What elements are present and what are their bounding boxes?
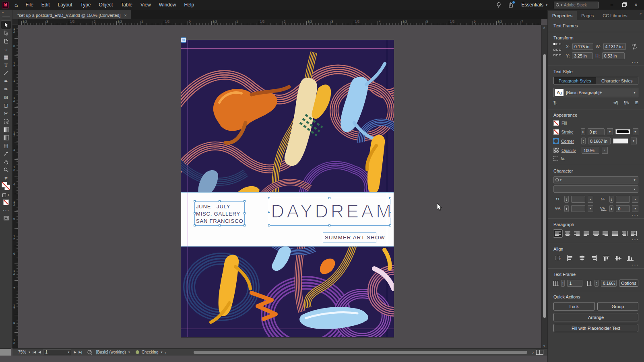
- gutter-field[interactable]: [601, 280, 617, 287]
- vertical-ruler[interactable]: 1 201 211 221 231 241 251 261 271 281 2: [12, 25, 18, 348]
- menu-item[interactable]: Edit: [38, 1, 54, 9]
- align-top-edges-button[interactable]: [602, 254, 611, 262]
- vertical-scrollbar[interactable]: ∧ ∨: [541, 25, 547, 348]
- fill-swatch-none[interactable]: [2, 182, 7, 187]
- window-corner-grip[interactable]: [0, 348, 11, 356]
- align-towards-spine-button[interactable]: [620, 230, 629, 237]
- leading-stepper[interactable]: ▲▼: [609, 196, 614, 203]
- free-transform-tool[interactable]: [1, 117, 11, 125]
- fill-swatch[interactable]: [553, 120, 559, 126]
- align-left-button[interactable]: [553, 230, 562, 237]
- scroll-right-icon[interactable]: ›: [532, 350, 534, 355]
- kerning-chevron[interactable]: ▾: [588, 205, 594, 212]
- text-frame-options-button[interactable]: Options: [619, 280, 638, 287]
- reference-point-proxy[interactable]: [553, 43, 561, 59]
- font-size-field[interactable]: [571, 196, 585, 203]
- redefine-style-icon[interactable]: ⇥¶: [613, 101, 618, 105]
- tools-grip[interactable]: [2, 16, 10, 19]
- effects-fx-icon[interactable]: fx.: [561, 156, 566, 161]
- paragraph-styles-tab[interactable]: Paragraph Styles: [554, 77, 596, 84]
- tracking-stepper[interactable]: ▲▼: [609, 205, 614, 212]
- transform-more-options[interactable]: • • •: [632, 61, 638, 64]
- learn-lightbulb-icon[interactable]: [495, 1, 503, 8]
- preset-chevron-icon[interactable]: ▾: [128, 350, 130, 354]
- preflight-gauge-icon[interactable]: [87, 350, 92, 355]
- menu-item[interactable]: Layout: [54, 1, 76, 9]
- first-page-button[interactable]: |◀: [33, 350, 36, 354]
- page-number-field[interactable]: ▾: [43, 350, 71, 355]
- indesign-logo-icon[interactable]: Id: [2, 2, 9, 8]
- align-vcenter-button[interactable]: [614, 254, 623, 262]
- zoom-level[interactable]: 75%: [18, 350, 26, 354]
- page-number-input[interactable]: [45, 350, 66, 354]
- restore-button[interactable]: [618, 1, 630, 9]
- align-away-spine-button[interactable]: [630, 230, 638, 237]
- fill-placeholder-button[interactable]: Fill with Placeholder Text: [553, 324, 638, 332]
- rectangle-tool[interactable]: ▢: [1, 101, 11, 109]
- eyedropper-tool[interactable]: [1, 150, 11, 158]
- paragraph-style-dropdown[interactable]: Ag [Basic Paragraph]+ ▾: [553, 88, 638, 97]
- lock-button[interactable]: Lock: [553, 302, 595, 311]
- pen-tool[interactable]: ✒: [1, 77, 11, 85]
- align-bottom-edges-button[interactable]: [626, 254, 635, 262]
- columns-field[interactable]: [567, 280, 582, 287]
- font-style-chevron[interactable]: ▾: [631, 186, 638, 192]
- opacity-link[interactable]: Opacity: [561, 148, 579, 153]
- horizontal-scrollbar[interactable]: [169, 350, 529, 354]
- align-hcenter-button[interactable]: [578, 254, 586, 262]
- zoom-chevron-icon[interactable]: ▾: [29, 350, 30, 354]
- zoom-tool[interactable]: [1, 166, 11, 174]
- paragraph-mark-icon[interactable]: ¶.: [553, 100, 557, 105]
- edit-style-icon[interactable]: ¶✎: [624, 101, 630, 105]
- next-page-button[interactable]: ▶: [74, 350, 76, 354]
- workspace-switcher[interactable]: Essentials ▾: [519, 2, 550, 8]
- stroke-weight-field[interactable]: [588, 128, 605, 135]
- object-states-icon[interactable]: [553, 156, 558, 161]
- justify-center-button[interactable]: [592, 230, 601, 237]
- paragraph-more-options[interactable]: • • •: [632, 238, 638, 241]
- align-right-edges-button[interactable]: [590, 254, 599, 262]
- vertical-scroll-thumb[interactable]: [543, 54, 546, 318]
- stroke-link[interactable]: Stroke: [561, 130, 578, 134]
- ruler-origin-corner[interactable]: [12, 19, 18, 25]
- group-button[interactable]: Group: [597, 302, 639, 311]
- h-field[interactable]: [602, 52, 625, 59]
- justify-left-button[interactable]: [582, 230, 591, 237]
- collapse-tools-icon[interactable]: »: [0, 10, 5, 15]
- spread-view-icon[interactable]: [536, 350, 543, 355]
- text-frame-title[interactable]: DAYDREAM: [269, 198, 390, 226]
- menu-item[interactable]: Type: [77, 1, 95, 9]
- scissors-tool[interactable]: ✂: [1, 109, 11, 117]
- gradient-tool[interactable]: [1, 125, 11, 134]
- menu-item[interactable]: View: [137, 1, 155, 9]
- font-size-stepper[interactable]: ▲▼: [564, 196, 569, 203]
- align-left-edges-button[interactable]: [566, 254, 574, 262]
- horizontal-scroll-thumb[interactable]: [194, 351, 527, 354]
- menu-item[interactable]: Help: [180, 1, 198, 9]
- preflight-preset[interactable]: [Basic] (working): [96, 350, 126, 354]
- note-tool[interactable]: ▤: [1, 142, 11, 150]
- tab-properties[interactable]: Properties: [548, 11, 577, 20]
- text-frame-subtitle[interactable]: SUMMER ART SHOW: [323, 232, 376, 243]
- menu-item[interactable]: Window: [155, 1, 180, 9]
- character-styles-tab[interactable]: Character Styles: [596, 77, 638, 84]
- opacity-field[interactable]: [582, 147, 599, 154]
- scroll-left-icon[interactable]: ‹: [165, 350, 166, 355]
- last-page-button[interactable]: ▶|: [79, 350, 82, 354]
- tracking-chevron[interactable]: ▾: [632, 205, 638, 212]
- frame-tool[interactable]: ⊠: [1, 93, 11, 101]
- direct-selection-tool[interactable]: [1, 29, 11, 37]
- kerning-stepper[interactable]: ▲▼: [564, 205, 569, 212]
- scroll-down-icon[interactable]: ∨: [543, 344, 545, 348]
- chevron-down-icon[interactable]: ▾: [631, 88, 638, 97]
- font-family-dropdown[interactable]: ▾ ▾: [553, 176, 638, 183]
- minimize-button[interactable]: –: [606, 1, 617, 9]
- character-more-options[interactable]: • • •: [632, 214, 638, 216]
- close-tab-icon[interactable]: ×: [124, 13, 126, 18]
- align-right-button[interactable]: [572, 230, 581, 237]
- font-style-dropdown[interactable]: ▾: [553, 185, 638, 193]
- line-tool[interactable]: [1, 69, 11, 77]
- stroke-swatch[interactable]: [553, 129, 559, 135]
- stroke-style-chevron[interactable]: ▾: [633, 128, 638, 135]
- tracking-field[interactable]: [616, 205, 630, 212]
